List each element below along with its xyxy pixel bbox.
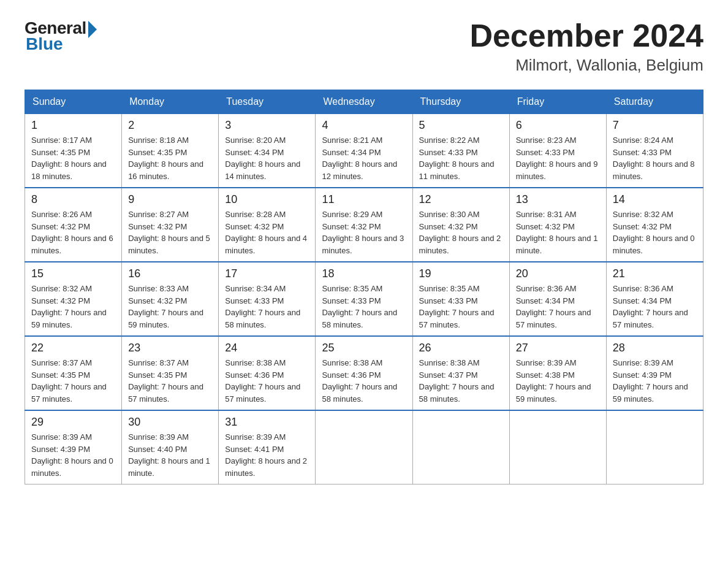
day-number: 24 (225, 342, 309, 354)
day-number: 12 (419, 193, 503, 206)
calendar-cell: 25 Sunrise: 8:38 AM Sunset: 4:36 PM Dayl… (316, 336, 412, 410)
title-section: December 2024 Milmort, Wallonia, Belgium (469, 18, 703, 75)
calendar-cell: 4 Sunrise: 8:21 AM Sunset: 4:34 PM Dayli… (316, 114, 412, 188)
calendar-cell: 13 Sunrise: 8:31 AM Sunset: 4:32 PM Dayl… (509, 188, 606, 262)
day-number: 15 (31, 267, 115, 280)
calendar-cell: 8 Sunrise: 8:26 AM Sunset: 4:32 PM Dayli… (25, 188, 122, 262)
day-number: 10 (225, 193, 309, 206)
weekday-header-monday: Monday (122, 90, 219, 114)
logo: General Blue (25, 18, 97, 54)
calendar-cell: 19 Sunrise: 8:35 AM Sunset: 4:33 PM Dayl… (412, 262, 509, 336)
calendar-cell: 7 Sunrise: 8:24 AM Sunset: 4:33 PM Dayli… (606, 114, 703, 188)
day-info: Sunrise: 8:38 AM Sunset: 4:36 PM Dayligh… (225, 357, 309, 405)
calendar-week-row: 22 Sunrise: 8:37 AM Sunset: 4:35 PM Dayl… (25, 336, 703, 410)
day-info: Sunrise: 8:21 AM Sunset: 4:34 PM Dayligh… (322, 134, 406, 182)
calendar-cell: 23 Sunrise: 8:37 AM Sunset: 4:35 PM Dayl… (122, 336, 219, 410)
day-number: 4 (322, 119, 406, 132)
day-number: 2 (128, 119, 212, 132)
calendar-cell: 22 Sunrise: 8:37 AM Sunset: 4:35 PM Dayl… (25, 336, 122, 410)
day-number: 23 (128, 342, 212, 354)
day-number: 16 (128, 267, 212, 280)
calendar-cell: 26 Sunrise: 8:38 AM Sunset: 4:37 PM Dayl… (412, 336, 509, 410)
logo-blue-text: Blue (26, 34, 63, 54)
weekday-header-sunday: Sunday (25, 90, 122, 114)
day-info: Sunrise: 8:39 AM Sunset: 4:39 PM Dayligh… (31, 431, 115, 479)
calendar-cell: 16 Sunrise: 8:33 AM Sunset: 4:32 PM Dayl… (122, 262, 219, 336)
calendar-cell: 17 Sunrise: 8:34 AM Sunset: 4:33 PM Dayl… (219, 262, 316, 336)
calendar-cell: 24 Sunrise: 8:38 AM Sunset: 4:36 PM Dayl… (219, 336, 316, 410)
calendar-cell: 9 Sunrise: 8:27 AM Sunset: 4:32 PM Dayli… (122, 188, 219, 262)
calendar-cell: 29 Sunrise: 8:39 AM Sunset: 4:39 PM Dayl… (25, 410, 122, 484)
weekday-header-tuesday: Tuesday (219, 90, 316, 114)
day-number: 21 (613, 267, 697, 280)
calendar-cell (509, 410, 606, 484)
day-number: 17 (225, 267, 309, 280)
calendar-cell: 11 Sunrise: 8:29 AM Sunset: 4:32 PM Dayl… (316, 188, 412, 262)
weekday-header-thursday: Thursday (412, 90, 509, 114)
day-info: Sunrise: 8:28 AM Sunset: 4:32 PM Dayligh… (225, 209, 309, 256)
day-info: Sunrise: 8:31 AM Sunset: 4:32 PM Dayligh… (516, 209, 600, 256)
day-number: 19 (419, 267, 503, 280)
calendar-cell: 14 Sunrise: 8:32 AM Sunset: 4:32 PM Dayl… (606, 188, 703, 262)
day-info: Sunrise: 8:33 AM Sunset: 4:32 PM Dayligh… (128, 283, 212, 331)
calendar-cell (316, 410, 412, 484)
calendar-week-row: 1 Sunrise: 8:17 AM Sunset: 4:35 PM Dayli… (25, 114, 703, 188)
day-number: 25 (322, 342, 406, 354)
calendar-cell: 18 Sunrise: 8:35 AM Sunset: 4:33 PM Dayl… (316, 262, 412, 336)
calendar-cell: 10 Sunrise: 8:28 AM Sunset: 4:32 PM Dayl… (219, 188, 316, 262)
day-number: 22 (31, 342, 115, 354)
day-number: 18 (322, 267, 406, 280)
weekday-header-friday: Friday (509, 90, 606, 114)
calendar-cell: 5 Sunrise: 8:22 AM Sunset: 4:33 PM Dayli… (412, 114, 509, 188)
calendar-week-row: 15 Sunrise: 8:32 AM Sunset: 4:32 PM Dayl… (25, 262, 703, 336)
calendar-cell: 12 Sunrise: 8:30 AM Sunset: 4:32 PM Dayl… (412, 188, 509, 262)
day-number: 28 (613, 342, 697, 354)
day-info: Sunrise: 8:30 AM Sunset: 4:32 PM Dayligh… (419, 209, 503, 256)
calendar-table: SundayMondayTuesdayWednesdayThursdayFrid… (25, 90, 703, 484)
day-number: 30 (128, 416, 212, 429)
day-info: Sunrise: 8:17 AM Sunset: 4:35 PM Dayligh… (31, 134, 115, 182)
calendar-cell: 31 Sunrise: 8:39 AM Sunset: 4:41 PM Dayl… (219, 410, 316, 484)
day-info: Sunrise: 8:27 AM Sunset: 4:32 PM Dayligh… (128, 209, 212, 256)
day-info: Sunrise: 8:39 AM Sunset: 4:38 PM Dayligh… (516, 357, 600, 405)
calendar-cell: 3 Sunrise: 8:20 AM Sunset: 4:34 PM Dayli… (219, 114, 316, 188)
calendar-cell (412, 410, 509, 484)
calendar-week-row: 8 Sunrise: 8:26 AM Sunset: 4:32 PM Dayli… (25, 188, 703, 262)
day-info: Sunrise: 8:37 AM Sunset: 4:35 PM Dayligh… (128, 357, 212, 405)
calendar-cell: 28 Sunrise: 8:39 AM Sunset: 4:39 PM Dayl… (606, 336, 703, 410)
day-info: Sunrise: 8:32 AM Sunset: 4:32 PM Dayligh… (31, 283, 115, 331)
logo-arrow-icon (88, 21, 97, 38)
day-info: Sunrise: 8:24 AM Sunset: 4:33 PM Dayligh… (613, 134, 697, 182)
location-title: Milmort, Wallonia, Belgium (469, 56, 703, 75)
calendar-cell: 30 Sunrise: 8:39 AM Sunset: 4:40 PM Dayl… (122, 410, 219, 484)
calendar-cell: 20 Sunrise: 8:36 AM Sunset: 4:34 PM Dayl… (509, 262, 606, 336)
day-info: Sunrise: 8:38 AM Sunset: 4:36 PM Dayligh… (322, 357, 406, 405)
day-info: Sunrise: 8:37 AM Sunset: 4:35 PM Dayligh… (31, 357, 115, 405)
month-title: December 2024 (469, 18, 703, 53)
day-info: Sunrise: 8:38 AM Sunset: 4:37 PM Dayligh… (419, 357, 503, 405)
weekday-header-wednesday: Wednesday (316, 90, 412, 114)
day-info: Sunrise: 8:36 AM Sunset: 4:34 PM Dayligh… (613, 283, 697, 331)
day-info: Sunrise: 8:22 AM Sunset: 4:33 PM Dayligh… (419, 134, 503, 182)
day-number: 6 (516, 119, 600, 132)
day-number: 26 (419, 342, 503, 354)
calendar-cell: 1 Sunrise: 8:17 AM Sunset: 4:35 PM Dayli… (25, 114, 122, 188)
day-info: Sunrise: 8:39 AM Sunset: 4:41 PM Dayligh… (225, 431, 309, 479)
day-info: Sunrise: 8:39 AM Sunset: 4:40 PM Dayligh… (128, 431, 212, 479)
day-info: Sunrise: 8:23 AM Sunset: 4:33 PM Dayligh… (516, 134, 600, 182)
day-number: 7 (613, 119, 697, 132)
day-info: Sunrise: 8:20 AM Sunset: 4:34 PM Dayligh… (225, 134, 309, 182)
day-number: 11 (322, 193, 406, 206)
calendar-cell: 21 Sunrise: 8:36 AM Sunset: 4:34 PM Dayl… (606, 262, 703, 336)
day-number: 29 (31, 416, 115, 429)
day-info: Sunrise: 8:18 AM Sunset: 4:35 PM Dayligh… (128, 134, 212, 182)
day-number: 3 (225, 119, 309, 132)
day-number: 8 (31, 193, 115, 206)
day-info: Sunrise: 8:32 AM Sunset: 4:32 PM Dayligh… (613, 209, 697, 256)
day-info: Sunrise: 8:34 AM Sunset: 4:33 PM Dayligh… (225, 283, 309, 331)
day-number: 31 (225, 416, 309, 429)
day-number: 13 (516, 193, 600, 206)
day-number: 5 (419, 119, 503, 132)
weekday-header-row: SundayMondayTuesdayWednesdayThursdayFrid… (25, 90, 703, 114)
day-number: 9 (128, 193, 212, 206)
